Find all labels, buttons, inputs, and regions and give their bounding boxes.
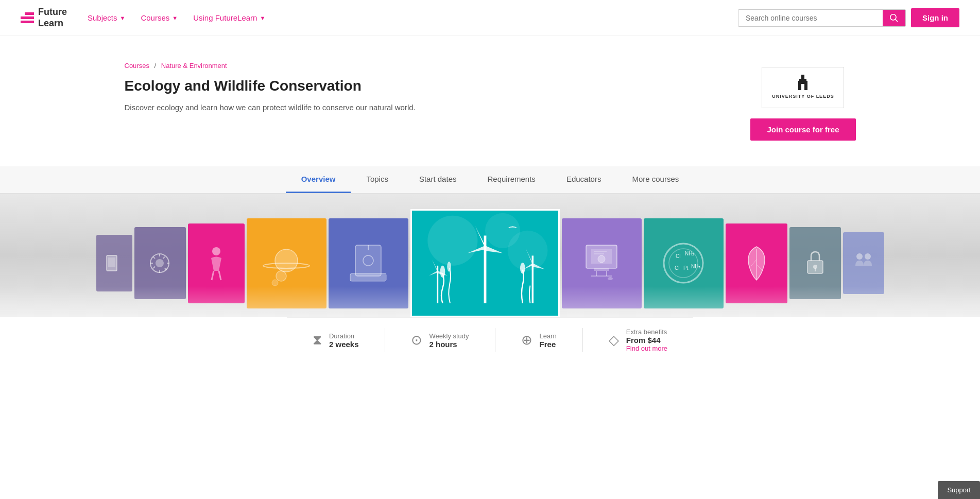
university-logo: UNIVERSITY OF LEEDS: [772, 75, 834, 100]
tab-more-courses[interactable]: More courses: [616, 166, 694, 193]
card-icon-planet: [261, 237, 312, 289]
chevron-down-icon: ▼: [260, 15, 265, 21]
svg-rect-14: [350, 273, 386, 281]
svg-point-10: [275, 249, 298, 272]
weekly-label: Weekly study: [429, 332, 469, 340]
globe-icon: ⊕: [521, 332, 532, 348]
clock-icon: ⊙: [411, 332, 422, 348]
course-info-bar: ⧗ Duration 2 weeks ⊙ Weekly study 2 hour…: [287, 317, 693, 363]
find-out-more-link[interactable]: Find out more: [626, 345, 667, 352]
duration-value: 2 weeks: [329, 340, 359, 349]
card-icon-sewing: [345, 240, 391, 286]
info-bar-wrapper: ⧗ Duration 2 weeks ⊙ Weekly study 2 hour…: [0, 317, 980, 363]
card-icon-tablet: [104, 253, 125, 273]
search-input[interactable]: [738, 10, 883, 26]
svg-point-11: [276, 271, 286, 281]
nav-item-subjects[interactable]: Subjects ▼: [88, 13, 125, 22]
card-icon-lock: [802, 248, 828, 279]
svg-rect-3: [801, 84, 804, 90]
hero-left: Courses / Nature & Environment Ecology a…: [125, 62, 485, 114]
chevron-down-icon: ▼: [172, 15, 178, 21]
breadcrumb-category[interactable]: Nature & Environment: [161, 62, 227, 70]
nav-item-courses[interactable]: Courses ▼: [141, 13, 178, 22]
carousel-card-1: [96, 235, 132, 291]
wind-turbine-scene: [412, 211, 558, 316]
info-weekly-text: Weekly study 2 hours: [429, 332, 469, 349]
carousel-card-featured: [410, 209, 560, 317]
card-icon-computer: [578, 240, 625, 286]
search-container: [738, 9, 906, 27]
course-description: Discover ecology and learn how we can pr…: [125, 101, 434, 114]
university-building-icon: [797, 75, 809, 91]
svg-point-22: [440, 266, 445, 278]
university-logo-box: UNIVERSITY OF LEEDS: [762, 67, 844, 108]
svg-rect-32: [594, 268, 609, 271]
info-weekly-study: ⊙ Weekly study 2 hours: [385, 328, 495, 352]
info-extra-benefits: ◇ Extra benefits From $44 Find out more: [583, 328, 693, 352]
learn-value: Free: [540, 340, 557, 349]
svg-point-12: [272, 280, 278, 286]
benefits-label: Extra benefits: [626, 328, 667, 336]
info-duration-text: Duration 2 weeks: [329, 332, 359, 349]
header-right: Sign in: [738, 8, 959, 27]
svg-point-36: [608, 277, 613, 280]
svg-rect-5: [108, 257, 115, 267]
info-benefits-text: Extra benefits From $44 Find out more: [626, 328, 667, 352]
signin-button[interactable]: Sign in: [911, 8, 959, 27]
search-button[interactable]: [883, 10, 905, 26]
svg-rect-1: [799, 79, 806, 81]
nav-item-using-futurelearn[interactable]: Using FutureLearn ▼: [193, 13, 265, 22]
card-icon-chemistry: Cl NH₃ Cl Pt NH₃: [660, 240, 707, 286]
svg-point-50: [856, 253, 863, 260]
svg-point-7: [156, 259, 164, 267]
benefits-value: From $44: [626, 336, 667, 345]
hourglass-icon: ⧗: [313, 332, 322, 348]
tab-overview[interactable]: Overview: [286, 166, 351, 193]
breadcrumb-courses[interactable]: Courses: [125, 62, 149, 70]
card-icon-people: [853, 250, 874, 276]
university-name: UNIVERSITY OF LEEDS: [772, 93, 834, 100]
svg-point-20: [507, 231, 547, 271]
main-nav: Subjects ▼ Courses ▼ Using FutureLearn ▼: [88, 13, 265, 22]
course-title: Ecology and Wildlife Conservation: [125, 78, 485, 94]
svg-point-31: [598, 255, 605, 263]
hero-right: UNIVERSITY OF LEEDS Join course for free: [750, 67, 855, 141]
card-icon-leaf: [741, 244, 772, 283]
svg-point-18: [427, 216, 477, 266]
learn-label: Learn: [540, 332, 557, 340]
chevron-down-icon: ▼: [120, 15, 126, 21]
weekly-value: 2 hours: [429, 340, 469, 349]
svg-point-37: [664, 244, 703, 283]
diamond-icon: ◇: [609, 332, 619, 348]
info-learn-text: Learn Free: [540, 332, 557, 349]
svg-text:Cl: Cl: [676, 253, 680, 259]
header: Future Learn Subjects ▼ Courses ▼ Using …: [0, 0, 980, 36]
info-duration: ⧗ Duration 2 weeks: [287, 328, 385, 352]
logo-text: Future Learn: [38, 7, 67, 29]
join-course-button[interactable]: Join course for free: [750, 118, 855, 141]
tab-requirements[interactable]: Requirements: [472, 166, 551, 193]
search-icon: [890, 14, 898, 22]
tab-topics[interactable]: Topics: [351, 166, 404, 193]
duration-label: Duration: [329, 332, 359, 340]
svg-text:NH₃: NH₃: [691, 264, 700, 269]
svg-point-24: [520, 263, 525, 273]
tab-educators[interactable]: Educators: [551, 166, 617, 193]
hero-section: Courses / Nature & Environment Ecology a…: [104, 46, 876, 156]
svg-text:NH₃: NH₃: [685, 251, 694, 256]
svg-rect-0: [801, 75, 804, 79]
svg-text:Pt: Pt: [683, 265, 689, 271]
carousel-card-10: [843, 232, 884, 294]
breadcrumb-separator: /: [154, 62, 157, 70]
svg-point-48: [813, 265, 817, 269]
breadcrumb: Courses / Nature & Environment: [125, 62, 485, 70]
card-icon-figure: [203, 245, 229, 281]
svg-point-23: [447, 262, 451, 271]
logo[interactable]: Future Learn: [21, 7, 67, 29]
tab-start-dates[interactable]: Start dates: [404, 166, 472, 193]
course-carousel: Cl NH₃ Cl Pt NH₃: [0, 194, 980, 317]
svg-point-51: [865, 253, 871, 260]
info-learn: ⊕ Learn Free: [495, 328, 583, 352]
tabs-bar: Overview Topics Start dates Requirements…: [0, 166, 980, 194]
svg-point-8: [212, 247, 220, 255]
